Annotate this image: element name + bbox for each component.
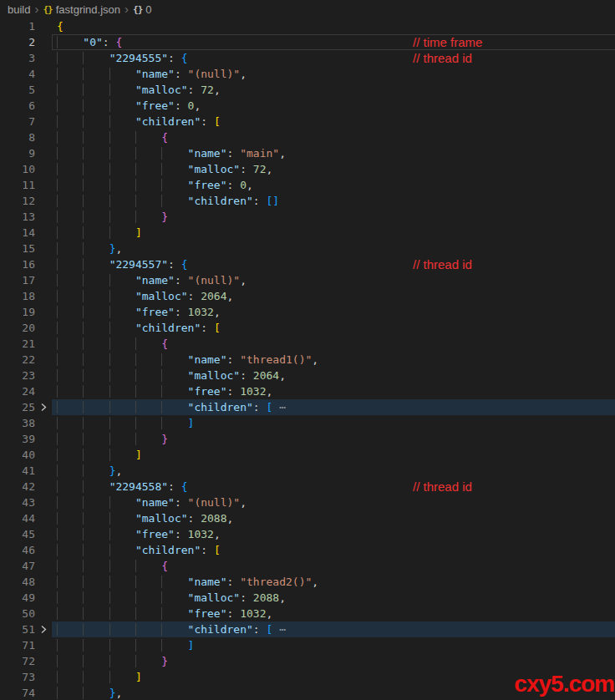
editor[interactable]: 1{2 "0": {// time frame3 "2294555": {// … bbox=[0, 18, 615, 700]
code-line[interactable]: 45 "free": 1032, bbox=[0, 526, 615, 542]
indent-guide bbox=[57, 290, 83, 302]
line-number[interactable]: 51 bbox=[0, 621, 35, 637]
code-line[interactable]: 7 "children": [ bbox=[0, 114, 615, 129]
code-line[interactable]: 47 { bbox=[0, 558, 615, 574]
line-number[interactable]: 74 bbox=[0, 685, 35, 700]
code-line[interactable]: 18 "malloc": 2064, bbox=[0, 288, 615, 304]
line-number[interactable]: 41 bbox=[0, 463, 35, 479]
line-number[interactable]: 14 bbox=[0, 225, 35, 241]
code-line[interactable]: 13 } bbox=[0, 209, 615, 225]
code-line[interactable]: 51 "children": [ ⋯ bbox=[0, 621, 615, 637]
code-line[interactable]: 2 "0": {// time frame bbox=[0, 34, 615, 50]
line-number[interactable]: 12 bbox=[0, 193, 35, 209]
line-number[interactable]: 46 bbox=[0, 542, 35, 558]
code-line[interactable]: 20 "children": [ bbox=[0, 320, 615, 336]
code-line[interactable]: 49 "malloc": 2088, bbox=[0, 590, 615, 606]
code-line[interactable]: 48 "name": "thread2()", bbox=[0, 574, 615, 590]
code-line[interactable]: 9 "name": "main", bbox=[0, 145, 615, 161]
line-number[interactable]: 8 bbox=[0, 129, 35, 145]
line-number[interactable]: 42 bbox=[0, 479, 35, 495]
code-line[interactable]: 4 "name": "(null)", bbox=[0, 66, 615, 82]
code-line[interactable]: 1{ bbox=[0, 18, 615, 34]
line-number[interactable]: 2 bbox=[0, 34, 35, 50]
line-number[interactable]: 45 bbox=[0, 526, 35, 542]
indent-guide bbox=[83, 242, 109, 255]
code-line[interactable]: 24 "free": 1032, bbox=[0, 383, 615, 399]
line-number[interactable]: 38 bbox=[0, 415, 35, 431]
line-number[interactable]: 17 bbox=[0, 272, 35, 288]
code-line[interactable]: 21 { bbox=[0, 336, 615, 352]
line-number[interactable]: 4 bbox=[0, 66, 35, 82]
line-number[interactable]: 47 bbox=[0, 558, 35, 574]
breadcrumb-item-file[interactable]: {} fastgrind.json bbox=[43, 3, 120, 16]
code-line[interactable]: 42 "2294558": {// thread id bbox=[0, 479, 615, 495]
fold-chevron-icon[interactable] bbox=[39, 403, 48, 412]
code-line[interactable]: 43 "name": "(null)", bbox=[0, 495, 615, 510]
breadcrumb-item-symbol[interactable]: {} 0 bbox=[133, 3, 151, 16]
line-number[interactable]: 50 bbox=[0, 606, 35, 621]
line-number[interactable]: 6 bbox=[0, 98, 35, 114]
indent-guide bbox=[109, 115, 135, 128]
line-number[interactable]: 72 bbox=[0, 653, 35, 669]
code-line[interactable]: 11 "free": 0, bbox=[0, 177, 615, 193]
code-line[interactable]: 8 { bbox=[0, 129, 615, 145]
line-number[interactable]: 44 bbox=[0, 510, 35, 526]
line-number[interactable]: 43 bbox=[0, 495, 35, 510]
code-line[interactable]: 44 "malloc": 2088, bbox=[0, 510, 615, 526]
code-line[interactable]: 25 "children": [ ⋯ bbox=[0, 399, 615, 415]
line-number[interactable]: 49 bbox=[0, 590, 35, 606]
code-line[interactable]: 39 } bbox=[0, 431, 615, 447]
line-number[interactable]: 1 bbox=[0, 18, 35, 34]
code-line[interactable]: 72 } bbox=[0, 653, 615, 669]
code-line[interactable]: 41 }, bbox=[0, 463, 615, 479]
line-number[interactable]: 48 bbox=[0, 574, 35, 590]
line-number[interactable]: 22 bbox=[0, 352, 35, 368]
indent-guide bbox=[57, 258, 83, 271]
code-line[interactable]: 14 ] bbox=[0, 225, 615, 241]
code-line[interactable]: 3 "2294555": {// thread id bbox=[0, 50, 615, 66]
code-line[interactable]: 12 "children": [] bbox=[0, 193, 615, 209]
code-line[interactable]: 5 "malloc": 72, bbox=[0, 82, 615, 98]
line-number[interactable]: 39 bbox=[0, 431, 35, 447]
code-line[interactable]: 19 "free": 1032, bbox=[0, 304, 615, 320]
code-line[interactable]: 23 "malloc": 2064, bbox=[0, 368, 615, 383]
indent-guide bbox=[57, 68, 83, 80]
line-number[interactable]: 73 bbox=[0, 669, 35, 685]
code-line[interactable]: 6 "free": 0, bbox=[0, 98, 615, 114]
code-line[interactable]: 10 "malloc": 72, bbox=[0, 161, 615, 177]
code-line[interactable]: 71 ] bbox=[0, 637, 615, 653]
code-line[interactable]: 46 "children": [ bbox=[0, 542, 615, 558]
line-number[interactable]: 3 bbox=[0, 50, 35, 66]
line-number[interactable]: 16 bbox=[0, 256, 35, 272]
code-line[interactable]: 38 ] bbox=[0, 415, 615, 431]
line-number[interactable]: 19 bbox=[0, 304, 35, 320]
code-line[interactable]: 50 "free": 1032, bbox=[0, 606, 615, 621]
line-number[interactable]: 15 bbox=[0, 241, 35, 256]
indent-guide bbox=[109, 639, 135, 652]
line-number[interactable]: 23 bbox=[0, 368, 35, 383]
fold-toggle[interactable] bbox=[35, 399, 52, 415]
indent-guide bbox=[161, 623, 187, 636]
line-number[interactable]: 9 bbox=[0, 145, 35, 161]
line-number[interactable]: 24 bbox=[0, 383, 35, 399]
code-line[interactable]: 17 "name": "(null)", bbox=[0, 272, 615, 288]
line-number[interactable]: 21 bbox=[0, 336, 35, 352]
line-number[interactable]: 18 bbox=[0, 288, 35, 304]
code-line[interactable]: 22 "name": "thread1()", bbox=[0, 352, 615, 368]
indent-guide bbox=[57, 84, 83, 96]
line-number[interactable]: 7 bbox=[0, 114, 35, 129]
line-number[interactable]: 40 bbox=[0, 447, 35, 463]
line-number[interactable]: 71 bbox=[0, 637, 35, 653]
code-line[interactable]: 40 ] bbox=[0, 447, 615, 463]
line-number[interactable]: 10 bbox=[0, 161, 35, 177]
code-line[interactable]: 15 }, bbox=[0, 241, 615, 256]
fold-toggle[interactable] bbox=[35, 621, 52, 637]
fold-chevron-icon[interactable] bbox=[39, 625, 48, 634]
breadcrumb-item-build[interactable]: build bbox=[8, 3, 30, 16]
line-number[interactable]: 13 bbox=[0, 209, 35, 225]
line-number[interactable]: 20 bbox=[0, 320, 35, 336]
line-number[interactable]: 5 bbox=[0, 82, 35, 98]
line-number[interactable]: 25 bbox=[0, 399, 35, 415]
line-number[interactable]: 11 bbox=[0, 177, 35, 193]
code-line[interactable]: 16 "2294557": {// thread id bbox=[0, 256, 615, 272]
